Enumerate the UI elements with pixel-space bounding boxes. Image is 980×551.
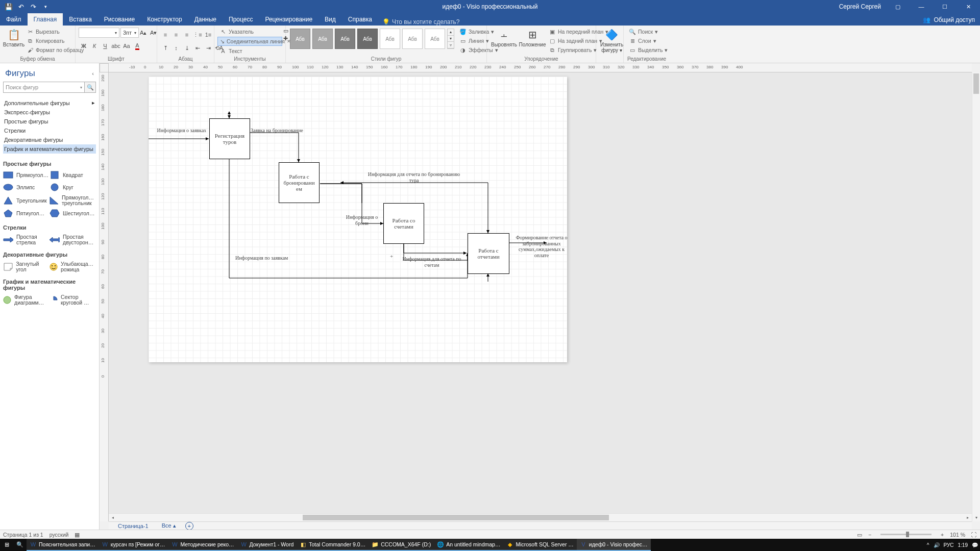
shape-search-go[interactable]: 🔍 <box>85 82 96 93</box>
align-center-icon[interactable]: ≡ <box>171 30 181 40</box>
page-tab[interactable]: Страница-1 <box>114 522 153 530</box>
gallery-nav[interactable]: ▴▾▿ <box>447 29 454 49</box>
taskbar-item[interactable]: Vидеф0 - Visio профес… <box>577 539 651 551</box>
tab-help[interactable]: Справка <box>342 13 378 26</box>
scroll-thumb[interactable] <box>973 73 979 94</box>
undo-icon[interactable]: ↶ <box>15 1 27 12</box>
valign-top-icon[interactable]: ⤒ <box>160 43 170 53</box>
add-page-button[interactable]: + <box>185 522 193 530</box>
tab-insert[interactable]: Вставка <box>63 13 98 26</box>
taskbar-item[interactable]: ◆Microsoft SQL Server … <box>503 539 576 551</box>
style-swatch[interactable]: Абв <box>290 29 310 49</box>
shape-item[interactable]: Пятиугол… <box>3 207 50 219</box>
tab-data[interactable]: Данные <box>188 13 223 26</box>
taskbar-item[interactable]: 🌐An untitled mindmap… <box>434 539 503 551</box>
tray-chevron-icon[interactable]: ^ <box>927 542 929 548</box>
change-shape-button[interactable]: 🔷Изменить фигуру ▾ <box>599 27 624 55</box>
ribbon-options-icon[interactable]: ▢ <box>886 0 910 13</box>
start-button[interactable]: ⊞ <box>0 539 13 551</box>
stencil-item[interactable]: Экспресс-фигуры <box>3 108 96 117</box>
zoom-out-icon[interactable]: − <box>868 532 871 538</box>
taskbar-item[interactable]: WПояснительная запи… <box>27 539 99 551</box>
text-tool[interactable]: AТекст <box>217 47 282 55</box>
stencil-item[interactable]: Стрелки <box>3 126 96 135</box>
shape-item[interactable]: Простая двусторон… <box>50 233 96 246</box>
volume-icon[interactable]: 🔊 <box>934 542 940 548</box>
shape-search-input[interactable]: Поиск фигур▾ <box>3 82 85 93</box>
shape-item[interactable]: Загнутый угол <box>3 260 50 273</box>
scroll-down-icon[interactable]: ▾ <box>972 513 980 521</box>
italic-icon[interactable]: К <box>89 41 100 51</box>
align-right-icon[interactable]: ≡ <box>182 30 192 40</box>
all-pages[interactable]: Все ▴ <box>158 522 180 530</box>
collapse-pane-icon[interactable]: ‹ <box>92 70 94 77</box>
stencil-item[interactable]: Декоративные фигуры <box>3 135 96 144</box>
shape-item[interactable]: Квадрат <box>50 169 96 181</box>
paste-button[interactable]: 📋Вставить <box>3 27 24 49</box>
notifications-icon[interactable]: 💬 <box>972 542 978 548</box>
style-swatch[interactable]: Абв <box>335 29 355 49</box>
taskbar-item[interactable]: ◧Total Commander 9.0… <box>297 539 369 551</box>
shape-item[interactable]: Простая стрелка <box>3 233 50 246</box>
system-tray[interactable]: ^ 🔊 РУС 1:19 💬 <box>927 542 980 548</box>
tray-lang[interactable]: РУС <box>944 542 954 548</box>
shape-item[interactable]: Улыбающа… рожица <box>50 260 96 273</box>
pointer-tool[interactable]: ↖Указатель <box>217 28 282 36</box>
shape-style-gallery[interactable]: Абв Абв Абв Абв Абв Абв Абв ▴▾▿ <box>289 27 455 51</box>
shape-item[interactable]: Фигура диаграмм… <box>3 293 50 307</box>
minimize-button[interactable]: — <box>910 0 933 13</box>
shape-item[interactable]: Прямоугол… треугольник <box>50 193 96 207</box>
fit-page-icon[interactable]: ⛶ <box>971 532 977 538</box>
close-button[interactable]: ✕ <box>957 0 980 13</box>
stencil-item[interactable]: График и математические фигуры <box>3 144 96 154</box>
tab-home[interactable]: Главная <box>28 13 63 26</box>
presentation-mode-icon[interactable]: ▭ <box>857 532 862 538</box>
style-swatch[interactable]: Абв <box>380 29 400 49</box>
zoom-slider[interactable] <box>880 534 932 535</box>
shape-item[interactable]: Круг <box>50 181 96 193</box>
tray-time[interactable]: 1:19 <box>958 542 968 548</box>
shape-item[interactable]: Шестиугол… <box>50 207 96 219</box>
shape-item[interactable]: Сектор круговой … <box>50 293 96 307</box>
tab-view[interactable]: Вид <box>318 13 342 26</box>
scroll-thumb[interactable] <box>303 515 609 520</box>
select-button[interactable]: ▭Выделить ▾ <box>627 46 670 54</box>
shape-item[interactable]: Эллипс <box>3 181 50 193</box>
scroll-left-icon[interactable]: ◂ <box>109 514 117 521</box>
account-name[interactable]: Сергей Сергей <box>834 3 886 10</box>
scroll-right-icon[interactable]: ▸ <box>964 514 972 521</box>
zoom-value[interactable]: 101 % <box>950 532 965 538</box>
diagram-box[interactable]: Регистрация туров <box>209 118 250 159</box>
diagram-box[interactable]: Работа со счетами <box>383 203 424 244</box>
tell-me[interactable]: 💡Что вы хотите сделать? <box>378 18 464 26</box>
connector-tool[interactable]: ↘Соединительная линия✕ <box>217 37 282 46</box>
valign-mid-icon[interactable]: ↕ <box>171 43 181 53</box>
tab-draw[interactable]: Рисование <box>98 13 141 26</box>
stencil-item[interactable]: Простые фигуры <box>3 117 96 126</box>
vertical-scrollbar[interactable]: ▴ ▾ <box>972 72 980 521</box>
style-swatch[interactable]: Абв <box>357 29 378 49</box>
page[interactable]: Регистрация туров Работа с бронировани е… <box>149 77 567 362</box>
position-button[interactable]: ⊞Положение <box>518 27 547 49</box>
strike-icon[interactable]: abc <box>111 41 121 51</box>
style-swatch[interactable]: Абв <box>402 29 423 49</box>
diagram-box[interactable]: Работа с отчетами <box>468 233 509 274</box>
tab-process[interactable]: Процесс <box>223 13 259 26</box>
find-button[interactable]: 🔍Поиск ▾ <box>627 28 670 36</box>
tab-design[interactable]: Конструктор <box>141 13 188 26</box>
taskbar-item[interactable]: Wкурсач пз [Режим ог… <box>99 539 168 551</box>
font-color-icon[interactable]: A <box>132 41 142 51</box>
status-lang[interactable]: русский <box>50 532 69 538</box>
grow-font-icon[interactable]: A▴ <box>140 30 149 36</box>
style-swatch[interactable]: Абв <box>312 29 333 49</box>
maximize-button[interactable]: ☐ <box>933 0 957 13</box>
bold-icon[interactable]: Ж <box>79 41 89 51</box>
align-button[interactable]: ⫠Выровнять <box>490 27 518 49</box>
taskbar-item[interactable]: WДокумент1 - Word <box>237 539 297 551</box>
indent-inc-icon[interactable]: ⇥ <box>203 43 213 53</box>
macro-icon[interactable]: ▦ <box>75 532 80 538</box>
style-swatch[interactable]: Абв <box>425 29 445 49</box>
qat-more-icon[interactable]: ▾ <box>40 1 51 12</box>
save-icon[interactable]: 💾 <box>3 1 14 12</box>
case-icon[interactable]: Aa <box>121 41 132 51</box>
